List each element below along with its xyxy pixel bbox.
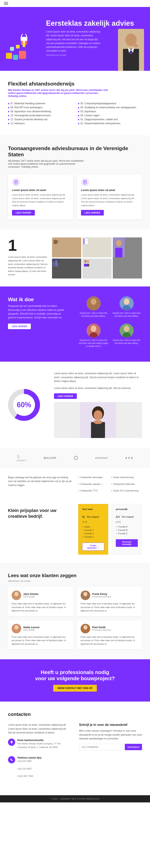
test-avatar-2 [11, 624, 21, 633]
hamburger-menu[interactable] [4, 2, 8, 5]
logo-1: S AGENCY [17, 454, 26, 462]
testimonial-card: Stella Larson CEO bedrijf Proin vitae vi… [8, 620, 73, 650]
team-feature-item: Functie 3 [82, 535, 104, 539]
hero-person-img [118, 29, 144, 71]
begin-bullet-3: ✓ Onbeperkte 7773 [78, 489, 109, 493]
pricing-personal-btn[interactable]: Proceed Annually [116, 539, 138, 547]
pricing-personal-price: $29 Per maand [116, 511, 138, 520]
svg-rect-18 [15, 181, 17, 182]
toon-title: Toonaangevende adviesbureaus in de Veren… [8, 145, 142, 158]
svg-rect-21 [83, 180, 86, 184]
testimonials-section: Lees wat onze klanten zeggen Afbeeldinge… [0, 563, 150, 659]
contact-office-label: Onze kantoorslocatie [17, 739, 71, 742]
team-feature-item: Functie 2 [82, 532, 104, 535]
begin-col-2: ✓ Gratis ondersteuning ✓ Onbeperkte Opti… [111, 476, 142, 496]
pricing-team-features: gratisFunctie 1Functie 2Functie 3 [82, 525, 104, 539]
svg-point-53 [124, 326, 129, 332]
pricing-personal-tag: persoonlijk [116, 508, 138, 510]
person-circle-1 [86, 297, 101, 310]
sixty-text-1: Lorem ipsum dolor sit amet, consectetur … [54, 372, 142, 383]
test-person-0: Jack Almola CEO bedrijf [11, 590, 69, 600]
flexibel-title: Flexibel afstandsonderwijs [8, 81, 142, 87]
footer: © 2023 – GEMAAKT MET ♥ DOOR WEBDESIGN [0, 795, 150, 802]
nav-bar [0, 0, 150, 7]
footer-text: © 2023 – GEMAAKT MET ♥ DOOR WEBDESIGN [8, 798, 142, 800]
svg-point-70 [83, 625, 88, 629]
flexibel-list-item: 06. Omlijsting en schermontwerp van rand… [78, 105, 142, 110]
testimonials-title: Lees wat onze klanten zeggen [8, 573, 142, 578]
flexibel-list-item: 02. Zaagcomponenten, radiale arm, [78, 117, 142, 121]
logo-4: essertual [95, 457, 107, 459]
person-circle-4 [120, 323, 133, 338]
svg-rect-20 [15, 182, 16, 183]
begin-bullet-6: ✓ Gratis 24/7 ondersteuning [111, 489, 142, 493]
contact-office-content: Onze kantoorslocatie The Interior Design… [17, 739, 71, 753]
contact-phone-1: +512 537 8967 [17, 760, 42, 763]
flexibel-subtitle: Wij bieden flexibel en 24/7 online leren… [8, 89, 108, 97]
personal-feature-item: Functie B [116, 528, 138, 532]
personal-feature-item: Functie A [116, 525, 138, 528]
sixty-btn[interactable]: LEES VERDER [54, 393, 77, 399]
sixty-donut-area: 60% [8, 389, 48, 421]
sixty-woman-img [54, 402, 142, 438]
pricing-personal-features: Functie AFunctie BFunctie C [116, 525, 138, 535]
location-icon [8, 739, 15, 746]
flexibel-list-item: 10. Vervangende productieprocessors [8, 114, 72, 117]
contact-phone-label: Telefoon (vaste lijn) [17, 756, 42, 759]
toon-card-2-btn[interactable]: LEES VERDER [81, 210, 104, 216]
svg-rect-4 [16, 45, 20, 49]
person-card-3: Sample text. Click to select this text b… [78, 323, 109, 352]
wat-ik-doe-btn[interactable]: LEES VERDER [8, 323, 31, 329]
gallery-img-5 [82, 258, 111, 279]
svg-point-16 [134, 44, 138, 48]
team-feature-item: gratis [82, 525, 104, 528]
flexibel-col-2: 05. Computerprintplaatapparatuur06. Omli… [78, 101, 142, 125]
svg-point-64 [83, 592, 88, 596]
pricing-personal-period: Per maand [122, 516, 133, 518]
contact-left: Lorem ipsum dolor sit amet, consectetur … [8, 723, 71, 785]
contact-phone-content: Telefoon (vaste lijn) +512 537 8967 +512… [17, 756, 42, 782]
sixty-section: 60% Lorem ipsum dolor sit amet, consecte… [0, 362, 150, 448]
newsletter-input[interactable] [79, 744, 123, 750]
gallery-img-3 [113, 238, 142, 279]
newsletter-title: Schrijf je in voor de nieuwsbrief [79, 723, 142, 727]
cta-btn[interactable]: NEEM CONTACT MET ONS OP [53, 685, 97, 691]
begin-col-1: ✓ Onbeperkte aanvragen ✓ Onbeperkte uplo… [78, 476, 109, 496]
testimonials-grid: Jack Almola CEO bedrijf Proin vitae vita… [8, 587, 142, 650]
wat-ik-doe-title: Wat ik doe [8, 297, 72, 303]
flexibel-list-item: 09. Apparatuur voor afvalvermindering [8, 110, 72, 114]
svg-rect-31 [85, 241, 86, 242]
gallery-number: 1 [8, 238, 48, 253]
svg-point-47 [124, 299, 129, 305]
newsletter-submit[interactable]: Inschrijven [125, 744, 142, 750]
contact-right: Schrijf je in voor de nieuwsbrief Wilt u… [79, 723, 142, 785]
flexibel-list-item: 01. Geautomatiseerde meetsystemen [78, 121, 142, 125]
svg-rect-25 [54, 240, 57, 243]
flexibel-list-item: 07. Materiaal Handling systemen [8, 101, 72, 105]
test-text-2: Proin vitae vitae sem et faucibus turpis… [11, 636, 69, 646]
pricing-left: Klein prijsplan voor uw creatieve bedrij… [8, 504, 72, 519]
hero-text: Lorem ipsum dolor sit amet, consectetur … [46, 30, 102, 53]
test-name-1: Frank Kinny [92, 592, 111, 595]
toon-card-2: Lorem ipsum dolor sit amet Lorem ipsum d… [77, 174, 142, 219]
svg-rect-3 [10, 47, 14, 51]
toon-card-1-btn[interactable]: LEES VERDER [12, 210, 35, 216]
flexibel-list-2: 05. Computerprintplaatapparatuur06. Omli… [78, 101, 142, 125]
contact-office-item: Onze kantoorslocatie The Interior Design… [8, 739, 71, 753]
newsletter-text: Wilt u meer nieuws ontvangen? Schrijf je… [79, 729, 142, 741]
donut-chart: 60% [8, 389, 40, 421]
svg-rect-19 [15, 182, 17, 182]
gallery-section: 1 Lorem ipsum dolor sit amet, consectetu… [0, 229, 150, 286]
hero-section: Eersteklas zakelijk advies Lorem ipsum d… [0, 7, 150, 71]
wat-ik-doe-right: Sample text. Click to select this text b… [78, 297, 142, 352]
begin-bullets: ✓ Onbeperkte aanvragen ✓ Onbeperkte uplo… [78, 476, 142, 496]
test-person-1: Frank Kinny Financieel directeur [81, 590, 139, 600]
svg-rect-23 [84, 182, 86, 182]
pricing-card-team: Voor team $0 Per maand of 15 gratisFunct… [78, 504, 108, 555]
svg-rect-24 [84, 182, 85, 183]
pricing-team-btn[interactable]: Gratis uploaden → [82, 542, 104, 551]
svg-point-41 [87, 260, 89, 263]
person-card-2: Sample text. Click to select this text b… [111, 297, 142, 321]
test-person-2: Stella Larson CEO bedrijf [11, 624, 69, 633]
person-card-4: Sample text. Click to select this text b… [111, 323, 142, 352]
